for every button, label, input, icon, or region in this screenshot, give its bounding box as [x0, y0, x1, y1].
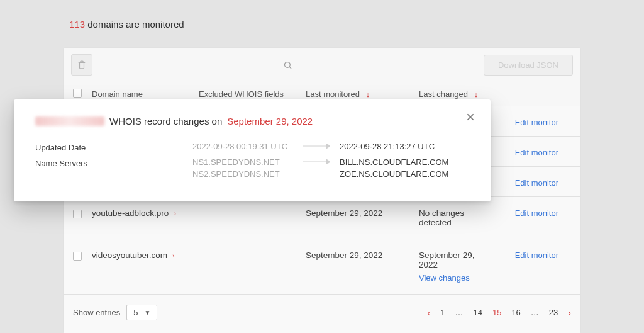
chevron-right-icon: ›: [172, 252, 175, 259]
edit-monitor-link[interactable]: Edit monitor: [515, 251, 558, 260]
page-link[interactable]: 1: [440, 308, 445, 317]
col-last-monitored-header[interactable]: Last monitored: [306, 89, 360, 99]
change-old-value: NS1.SPEEDYDNS.NET: [192, 157, 293, 167]
edit-monitor-link[interactable]: Edit monitor: [515, 118, 558, 127]
pagination-row: Show entries 5 ▼ ‹ 1 … 14 15 16 … 23 ›: [64, 295, 580, 333]
modal-title-date: September 29, 2022: [227, 116, 313, 127]
panel-toolbar: Download JSON: [64, 48, 580, 82]
next-page-button[interactable]: ›: [568, 308, 571, 318]
change-new-value: 2022-09-28 21:13:27 UTC: [340, 142, 435, 151]
show-entries-label: Show entries: [73, 308, 120, 317]
row-checkbox[interactable]: [73, 210, 82, 218]
col-excluded-header[interactable]: Excluded WHOIS fields: [199, 89, 306, 99]
delete-button[interactable]: [71, 54, 92, 76]
page-ellipsis: …: [455, 308, 463, 317]
arrow-right-icon: [303, 159, 330, 164]
close-icon: [465, 112, 475, 122]
page-size-select[interactable]: 5 ▼: [126, 305, 157, 320]
whois-changes-modal: WHOIS record changes on September 29, 20…: [14, 99, 491, 201]
edit-monitor-link[interactable]: Edit monitor: [515, 208, 558, 218]
table-row: videosyoutuber.com › September 29, 2022 …: [64, 239, 580, 295]
change-new-value: ZOE.NS.CLOUDFLARE.COM: [340, 169, 448, 179]
search-area[interactable]: [92, 60, 484, 70]
last-monitored-value: September 29, 2022: [306, 208, 419, 218]
page-size-value: 5: [133, 308, 138, 317]
monitor-count: 113 domains are monitored: [69, 19, 644, 30]
page-link[interactable]: 23: [549, 308, 558, 317]
domain-name[interactable]: youtube-adblock.pro: [92, 208, 169, 218]
monitor-count-suffix: domains are monitored: [87, 19, 184, 30]
last-changed-value: September 29, 2022: [419, 251, 496, 269]
modal-title-prefix: WHOIS record changes on: [109, 116, 222, 127]
col-last-changed-header[interactable]: Last changed: [419, 89, 468, 99]
table-row: youtube-adblock.pro › September 29, 2022…: [64, 197, 580, 239]
select-all-checkbox[interactable]: [73, 89, 82, 98]
page-ellipsis: …: [531, 308, 539, 317]
change-new-value: BILL.NS.CLOUDFLARE.COM: [340, 157, 448, 167]
domain-name[interactable]: videosyoutuber.com: [92, 251, 167, 260]
last-changed-value: No changes detected: [419, 208, 496, 227]
change-row: Name Servers NS1.SPEEDYDNS.NET NS2.SPEED…: [35, 157, 469, 179]
search-icon: [283, 60, 292, 70]
change-row: Updated Date 2022-09-28 00:19:31 UTC 202…: [35, 142, 469, 152]
arrow-right-icon: [303, 144, 330, 149]
change-field-label: Updated Date: [35, 142, 192, 152]
svg-line-1: [290, 67, 292, 69]
edit-monitor-link[interactable]: Edit monitor: [515, 148, 558, 157]
col-domain-header[interactable]: Domain name: [92, 89, 199, 99]
row-checkbox[interactable]: [73, 252, 82, 261]
sort-arrow-icon: ↓: [366, 89, 370, 99]
trash-icon: [77, 60, 86, 69]
svg-marker-5: [326, 144, 330, 149]
svg-marker-7: [326, 159, 330, 164]
change-field-label: Name Servers: [35, 157, 192, 168]
svg-point-0: [285, 62, 291, 67]
change-old-value: 2022-09-28 00:19:31 UTC: [192, 142, 293, 151]
prev-page-button[interactable]: ‹: [428, 308, 431, 318]
change-old-value: NS2.SPEEDYDNS.NET: [192, 169, 293, 179]
chevron-right-icon: ›: [174, 210, 176, 217]
modal-title: WHOIS record changes on September 29, 20…: [35, 116, 469, 127]
view-changes-link[interactable]: View changes: [419, 273, 496, 283]
sort-arrow-icon: ↓: [474, 89, 479, 99]
download-json-button[interactable]: Download JSON: [484, 55, 573, 76]
page-link[interactable]: 14: [473, 308, 482, 317]
caret-down-icon: ▼: [144, 309, 150, 316]
redacted-domain: [35, 116, 104, 126]
edit-monitor-link[interactable]: Edit monitor: [515, 178, 558, 188]
monitor-count-number: 113: [69, 19, 85, 30]
page-link-active[interactable]: 15: [492, 308, 501, 317]
last-monitored-value: September 29, 2022: [306, 251, 419, 260]
download-json-label: Download JSON: [498, 60, 558, 70]
close-button[interactable]: [465, 112, 475, 122]
pagination: ‹ 1 … 14 15 16 … 23 ›: [428, 308, 571, 318]
page-link[interactable]: 16: [511, 308, 520, 317]
